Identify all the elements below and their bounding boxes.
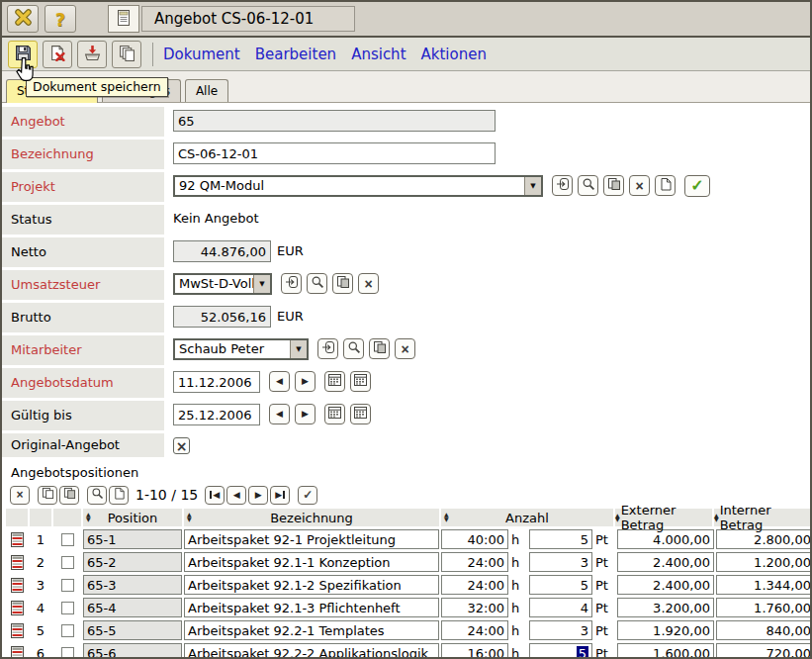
copy-button[interactable]: [112, 41, 141, 68]
interner-betrag-cell[interactable]: 840,00: [716, 620, 812, 640]
clear-button[interactable]: ×: [395, 338, 415, 359]
externer-betrag-cell[interactable]: 2.400,00: [617, 575, 714, 595]
search-button[interactable]: [343, 338, 364, 359]
interner-betrag-cell[interactable]: 1.344,00: [716, 575, 812, 595]
checkin-button[interactable]: [77, 41, 107, 68]
row-icon[interactable]: [6, 554, 28, 571]
pt-cell[interactable]: 3: [529, 620, 592, 640]
bezeichnung-input[interactable]: CS-06-12-01: [173, 142, 496, 164]
calendar-button[interactable]: [324, 404, 345, 424]
dropdown-arrow-icon[interactable]: ▼: [253, 275, 270, 293]
row-checkbox[interactable]: [61, 624, 74, 637]
mitarbeiter-select[interactable]: Schaub Peter ▼: [173, 338, 309, 360]
new-row-button[interactable]: [109, 486, 129, 505]
header-interner-betrag[interactable]: ▲▼ Interner Betrag: [714, 509, 812, 526]
calendar-view-button[interactable]: [350, 371, 371, 392]
paste-button[interactable]: [369, 338, 390, 359]
prev-day-button[interactable]: ◀: [269, 371, 290, 392]
prev-day-button[interactable]: ◀: [269, 404, 290, 424]
row-icon[interactable]: [6, 622, 28, 639]
header-anzahl[interactable]: ▲▼ Anzahl: [441, 509, 613, 526]
menu-bearbeiten[interactable]: Bearbeiten: [255, 46, 336, 63]
position-cell[interactable]: 65-5: [83, 620, 182, 640]
angebotsdatum-input[interactable]: 11.12.2006: [173, 371, 260, 393]
anzahl-cell[interactable]: 32:00: [441, 598, 508, 617]
bezeichnung-cell[interactable]: Arbeitspaket 92.1-1 Konzeption: [184, 552, 439, 572]
next-day-button[interactable]: ▶: [295, 404, 316, 424]
calendar-button[interactable]: [324, 371, 345, 392]
accept-button[interactable]: ✓: [684, 175, 710, 197]
row-checkbox[interactable]: [61, 647, 74, 659]
sort-icon[interactable]: ▲▼: [444, 513, 449, 521]
row-checkbox[interactable]: [61, 602, 74, 614]
brutto-input[interactable]: 52.056,16: [173, 306, 271, 328]
close-button[interactable]: [7, 5, 39, 33]
bezeichnung-cell[interactable]: Arbeitspaket 92.1-3 Pflichtenheft: [184, 598, 439, 617]
externer-betrag-cell[interactable]: 4.000,00: [617, 529, 714, 549]
position-cell[interactable]: 65-1: [83, 529, 182, 549]
row-icon[interactable]: [6, 531, 28, 548]
interner-betrag-cell[interactable]: 720,00: [716, 643, 812, 659]
row-checkbox[interactable]: [61, 579, 74, 592]
umsatzsteuer-select[interactable]: MwSt-D-Voll ▼: [173, 273, 272, 295]
sort-icon[interactable]: ▲▼: [714, 514, 719, 522]
new-document-button[interactable]: [655, 175, 676, 196]
calendar-view-button[interactable]: [350, 404, 371, 424]
interner-betrag-cell[interactable]: 1.200,00: [716, 552, 812, 572]
row-checkbox[interactable]: [61, 533, 74, 546]
externer-betrag-cell[interactable]: 2.400,00: [617, 552, 714, 572]
prev-page-button[interactable]: ◀: [226, 486, 246, 505]
anzahl-cell[interactable]: 24:00: [441, 552, 508, 572]
row-icon[interactable]: [6, 600, 28, 616]
copy-row-button[interactable]: [38, 486, 57, 505]
clear-button[interactable]: ×: [629, 175, 650, 196]
position-cell[interactable]: 65-2: [83, 552, 182, 572]
search-rows-button[interactable]: [87, 486, 107, 505]
externer-betrag-cell[interactable]: 1.600,00: [617, 643, 714, 659]
anzahl-cell[interactable]: 40:00: [441, 529, 508, 549]
goto-button[interactable]: [552, 175, 573, 196]
tab-alle[interactable]: Alle: [185, 79, 228, 102]
original-angebot-checkbox[interactable]: ×: [173, 437, 190, 454]
search-button[interactable]: [307, 273, 327, 294]
row-checkbox[interactable]: [61, 556, 74, 569]
dropdown-arrow-icon[interactable]: ▼: [524, 177, 541, 195]
gueltig-bis-input[interactable]: 25.12.2006: [173, 404, 260, 425]
delete-document-button[interactable]: [43, 41, 72, 68]
sort-icon[interactable]: ▲▼: [187, 513, 192, 521]
position-cell[interactable]: 65-3: [83, 575, 182, 595]
next-page-button[interactable]: ▶: [248, 486, 268, 505]
netto-input[interactable]: 44.876,00: [173, 240, 271, 262]
anzahl-cell[interactable]: 24:00: [441, 620, 508, 640]
first-page-button[interactable]: ◀: [205, 486, 225, 505]
confirm-button[interactable]: ✓: [298, 486, 317, 505]
pt-cell[interactable]: 4: [529, 598, 592, 617]
projekt-select[interactable]: 92 QM-Modul ▼: [173, 175, 543, 197]
row-icon[interactable]: [6, 577, 28, 594]
menu-ansicht[interactable]: Ansicht: [351, 46, 406, 63]
externer-betrag-cell[interactable]: 3.200,00: [617, 598, 714, 617]
position-cell[interactable]: 65-6: [83, 643, 182, 659]
dropdown-arrow-icon[interactable]: ▼: [290, 340, 307, 358]
row-icon[interactable]: [6, 645, 28, 659]
bezeichnung-cell[interactable]: Arbeitspaket 92.2-1 Templates: [184, 620, 439, 640]
goto-button[interactable]: [317, 338, 338, 359]
goto-button[interactable]: [281, 273, 302, 294]
document-type-button[interactable]: [108, 5, 139, 33]
pt-cell[interactable]: 5: [529, 575, 592, 595]
paste-button[interactable]: [332, 273, 353, 294]
pt-cell[interactable]: 3: [529, 552, 592, 572]
paste-button[interactable]: [603, 175, 624, 196]
help-button[interactable]: ?: [45, 5, 76, 33]
search-button[interactable]: [578, 175, 598, 196]
sort-icon[interactable]: ▲▼: [86, 513, 91, 521]
sort-icon[interactable]: ▲▼: [615, 514, 620, 522]
angebot-input[interactable]: 65: [173, 110, 496, 132]
menu-dokument[interactable]: Dokument: [163, 46, 240, 63]
delete-row-button[interactable]: ×: [10, 486, 30, 505]
bezeichnung-cell[interactable]: Arbeitspaket 92.2-2 Applikationslogik: [184, 643, 439, 659]
header-externer-betrag[interactable]: ▲▼ Externer Betrag: [615, 509, 712, 526]
externer-betrag-cell[interactable]: 1.920,00: [617, 620, 714, 640]
menu-aktionen[interactable]: Aktionen: [421, 46, 487, 63]
interner-betrag-cell[interactable]: 1.760,00: [716, 598, 812, 617]
